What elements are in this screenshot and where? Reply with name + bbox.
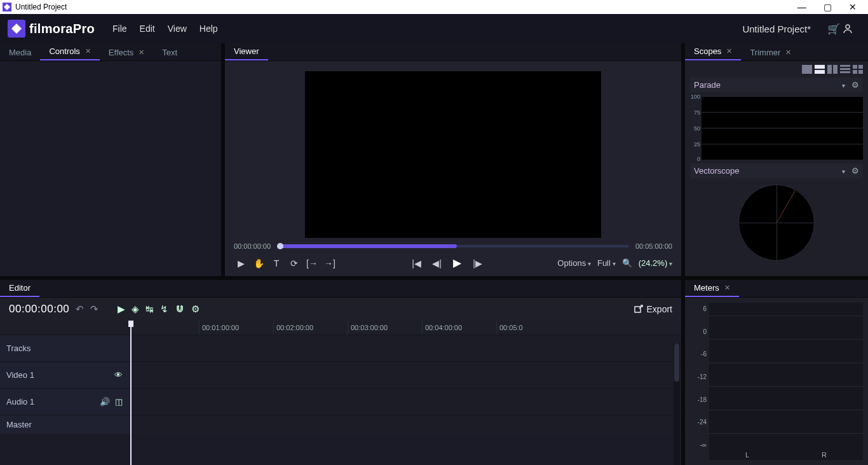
tab-viewer[interactable]: Viewer [225,43,268,60]
tab-text[interactable]: Text [153,44,186,60]
playhead[interactable] [130,321,132,465]
track-row[interactable]: Master [0,415,681,434]
tab-viewer-label: Viewer [234,46,259,56]
text-tool-icon[interactable]: T [269,258,283,268]
gear-icon[interactable]: ⚙ [191,303,200,315]
tab-editor[interactable]: Editor [0,280,39,297]
meter-tick: -6 [701,350,707,357]
scope-layout-icons [690,65,863,74]
close-icon[interactable]: ✕ [726,47,732,55]
tab-scopes-label: Scopes [694,46,721,56]
track-lane[interactable] [130,389,681,415]
options-dropdown[interactable]: Options [557,258,591,268]
left-panel: Media Controls✕ Effects✕ Text [0,43,221,276]
waveform-icon[interactable]: ◫ [115,397,123,406]
hand-icon[interactable]: ✋ [252,258,266,268]
track-lane[interactable] [130,415,681,434]
timeline-ruler[interactable]: 00:01:00:00 00:02:00:00 00:03:00:00 00:0… [0,321,681,335]
editor-timecode[interactable]: 00:00:00:00 [9,303,69,316]
select-tool-icon[interactable]: ▶ [118,303,125,315]
redo-icon[interactable]: ↷ [90,303,98,315]
seek-thumb[interactable] [277,243,283,249]
gear-icon[interactable]: ⚙ [851,80,859,90]
step-fwd-icon[interactable]: |▶ [471,258,485,268]
snap-icon[interactable] [175,304,185,314]
layout-rows-icon[interactable] [815,65,825,74]
mark-in-icon[interactable]: [→ [305,258,319,268]
meter-tick: 6 [703,305,707,312]
tracks-header-label: Tracks [6,344,31,353]
tab-trimmer[interactable]: Trimmer✕ [741,44,800,60]
slip-tool-icon[interactable]: ↹ [146,303,154,315]
goto-start-icon[interactable]: |◀ [410,258,424,268]
timeline[interactable]: 00:01:00:00 00:02:00:00 00:03:00:00 00:0… [0,321,681,465]
menu-edit[interactable]: Edit [133,20,161,38]
tracks-header-row: Tracks [0,335,681,361]
vectorscope-dropdown[interactable] [842,166,845,176]
parade-tick: 50 [689,125,700,132]
tab-controls-label: Controls [49,46,79,56]
video-canvas[interactable] [305,71,601,238]
timeline-scrollbar[interactable] [674,344,680,465]
viewer-tc-left: 00:00:00:00 [234,242,271,250]
close-icon[interactable]: ✕ [785,48,791,57]
close-icon[interactable]: ✕ [139,48,144,57]
slice-tool-icon[interactable]: ◈ [132,303,139,315]
export-button[interactable]: Export [634,304,672,314]
track-video1: Video 1 👁 [0,362,130,388]
tab-meters[interactable]: Meters✕ [685,280,739,297]
vectorscope-label: Vectorscope [694,166,740,176]
project-title: Untitled Project* [742,24,811,34]
close-icon[interactable]: ✕ [724,284,730,292]
minimize-button[interactable]: — [789,2,815,12]
editor-toolbar: 00:00:00:00 ↶ ↷ ▶ ◈ ↹ ↯ ⚙ Export [0,298,681,321]
tab-effects[interactable]: Effects✕ [100,44,154,60]
tab-controls[interactable]: Controls✕ [40,43,99,60]
parade-tick: 25 [689,141,700,148]
maximize-button[interactable]: ▢ [815,2,840,12]
close-icon[interactable]: ✕ [85,47,91,55]
rate-tool-icon[interactable]: ↯ [160,303,168,315]
tab-media[interactable]: Media [0,44,40,60]
parade-chart: 100 75 50 25 0 [702,96,863,160]
track-row[interactable]: Video 1 👁 [0,361,681,388]
brand: filmoraPro [8,20,95,38]
menu-view[interactable]: View [161,20,193,38]
menu-help[interactable]: Help [193,20,224,38]
track-row[interactable]: Audio 1 🔊 ◫ [0,388,681,415]
tab-trimmer-label: Trimmer [750,48,780,57]
ruler-tick: 00:01:00:00 [199,321,239,335]
viewer-tc-right: 00:05:00:00 [635,242,672,250]
mark-out-icon[interactable]: →] [323,258,337,268]
svg-rect-14 [858,70,863,74]
gear-icon[interactable]: ⚙ [851,166,859,176]
step-back-icon[interactable]: ◀| [430,258,444,268]
seek-track[interactable] [277,245,629,247]
play-in-icon[interactable]: ▶ [234,258,248,268]
cart-icon[interactable]: 🛒 [825,23,843,35]
undo-icon[interactable]: ↶ [76,303,84,315]
parade-tick: 100 [689,94,700,100]
tab-scopes[interactable]: Scopes✕ [685,43,741,60]
svg-rect-13 [853,70,857,74]
close-button[interactable]: ✕ [840,2,865,12]
zoom-icon[interactable]: 🔍 [622,258,632,268]
meter-tick: -∞ [700,441,707,448]
eye-icon[interactable]: 👁 [114,370,123,380]
parade-dropdown[interactable] [842,80,845,90]
loop-icon[interactable]: ⟳ [287,258,301,268]
layout-list-icon[interactable] [840,65,850,74]
speaker-icon[interactable]: 🔊 [100,397,110,406]
track-label: Audio 1 [6,397,34,406]
resolution-dropdown[interactable]: Full [597,258,616,268]
play-icon[interactable]: ▶ [451,256,465,270]
zoom-percent[interactable]: (24.2%) [639,258,672,268]
meter-tick: -24 [698,419,707,426]
user-icon[interactable] [843,24,860,34]
layout-single-icon[interactable] [802,65,812,74]
track-lane[interactable] [130,362,681,388]
layout-grid-icon[interactable] [853,65,863,74]
layout-cols-icon[interactable] [827,65,837,74]
svg-marker-0 [4,4,10,10]
menu-file[interactable]: File [106,20,133,38]
